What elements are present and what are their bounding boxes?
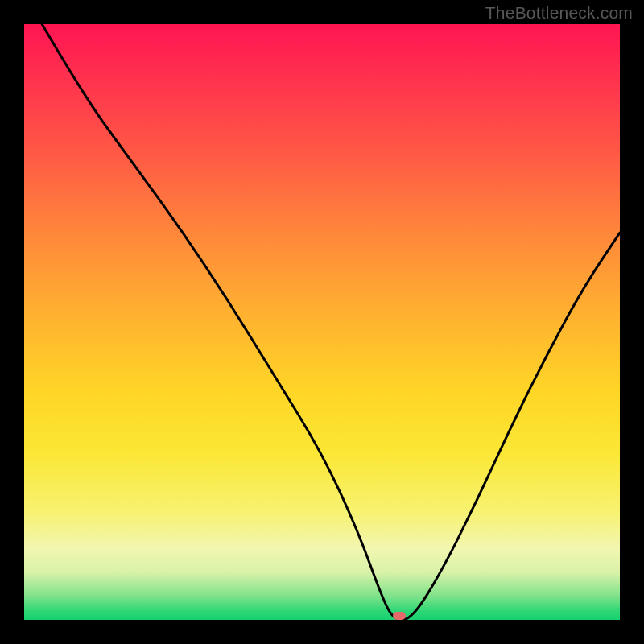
plot-area [24, 24, 620, 620]
bottleneck-curve [42, 24, 620, 620]
watermark-text: TheBottleneck.com [485, 3, 633, 23]
curve-svg [24, 24, 620, 620]
optimal-marker [393, 612, 406, 620]
chart-frame: TheBottleneck.com [0, 0, 644, 644]
